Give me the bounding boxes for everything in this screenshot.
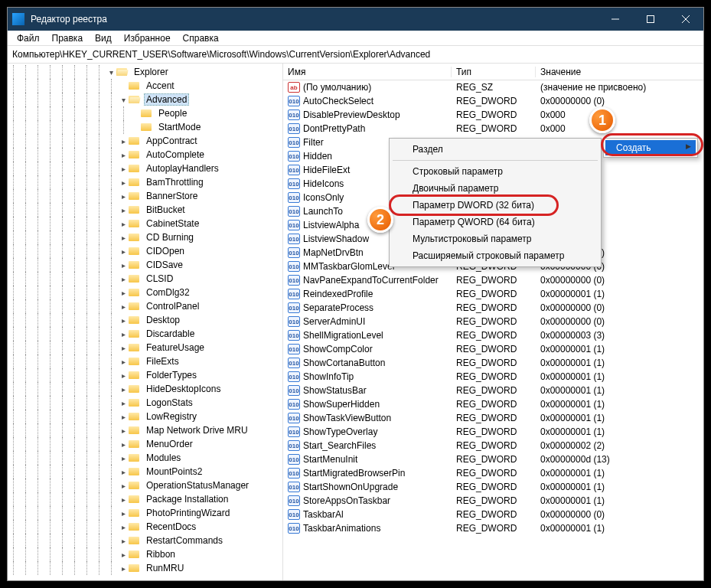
tree-item[interactable]: ▸PhotoPrintingWizard: [8, 506, 282, 520]
menu-help[interactable]: Справка: [177, 31, 225, 45]
chevron-down-icon[interactable]: ▸: [118, 330, 129, 338]
chevron-down-icon[interactable]: ▸: [118, 399, 129, 407]
chevron-down-icon[interactable]: ▸: [118, 550, 129, 559]
chevron-down-icon[interactable]: ▾: [106, 68, 116, 77]
tree-item[interactable]: ▸RecentDocs: [8, 520, 282, 534]
tree-item[interactable]: ▸Package Installation: [8, 492, 282, 506]
tree-item[interactable]: ▸RestartCommands: [8, 534, 282, 547]
list-row[interactable]: 010StoreAppsOnTaskbarREG_DWORD0x00000001…: [283, 494, 703, 508]
ctx-item-section[interactable]: Раздел: [391, 141, 599, 158]
tree-item[interactable]: ▸BitBucket: [8, 203, 282, 217]
chevron-down-icon[interactable]: ▸: [118, 178, 129, 187]
tree-item[interactable]: ▸Ribbon: [8, 547, 282, 561]
tree-item[interactable]: ▸CabinetState: [8, 217, 282, 230]
list-row[interactable]: 010DontPrettyPathREG_DWORD0x000: [283, 122, 703, 136]
list-row[interactable]: 010ReindexedProfileREG_DWORD0x00000001 (…: [283, 287, 703, 301]
tree-item[interactable]: ▸CIDOpen: [8, 244, 282, 258]
list-row[interactable]: 010DisablePreviewDesktopREG_DWORD0x000: [283, 108, 703, 122]
tree-item[interactable]: ▸RunMRU: [8, 561, 282, 575]
chevron-down-icon[interactable]: ▸: [118, 523, 129, 531]
tree-item[interactable]: ▸CD Burning: [8, 230, 282, 244]
tree-item[interactable]: ▸CLSID: [8, 272, 282, 286]
tree-item[interactable]: ▾Explorer: [8, 65, 282, 79]
list-row[interactable]: 010AutoCheckSelectREG_DWORD0x00000000 (0…: [283, 94, 703, 108]
minimize-button[interactable]: [598, 8, 633, 31]
tree-item[interactable]: ▸AutoComplete: [8, 148, 282, 162]
list-row[interactable]: ab(По умолчанию)REG_SZ(значение не присв…: [283, 80, 703, 94]
menu-favorites[interactable]: Избранное: [118, 31, 177, 45]
tree-item[interactable]: ▸BamThrottling: [8, 175, 282, 189]
tree-item[interactable]: ▸Modules: [8, 451, 282, 465]
list-row[interactable]: 010ShowCortanaButtonREG_DWORD0x00000001 …: [283, 356, 703, 370]
ctx-item-qword[interactable]: Параметр QWORD (64 бита): [391, 214, 599, 230]
list-row[interactable]: 010ShowCompColorREG_DWORD0x00000001 (1): [283, 342, 703, 356]
tree-item[interactable]: ▸Discardable: [8, 327, 282, 341]
tree-item[interactable]: ▸ControlPanel: [8, 299, 282, 313]
tree-item[interactable]: ▸BannerStore: [8, 189, 282, 203]
tree-item[interactable]: StartMode: [8, 120, 282, 134]
tree-item[interactable]: ▸FileExts: [8, 354, 282, 368]
list-row[interactable]: 010StartMenuInitREG_DWORD0x0000000d (13): [283, 452, 703, 466]
tree-item[interactable]: ▸Map Network Drive MRU: [8, 423, 282, 437]
ctx-item-string[interactable]: Строковый параметр: [391, 163, 599, 180]
chevron-down-icon[interactable]: ▸: [118, 165, 129, 173]
chevron-down-icon[interactable]: ▸: [118, 509, 129, 518]
tree-item[interactable]: ▸LogonStats: [8, 396, 282, 410]
menu-file[interactable]: Файл: [11, 31, 46, 45]
list-row[interactable]: 010ShowTaskViewButtonREG_DWORD0x00000001…: [283, 411, 703, 425]
list-row[interactable]: 010ServerAdminUIREG_DWORD0x00000000 (0): [283, 315, 703, 328]
address-bar[interactable]: Компьютер\HKEY_CURRENT_USER\Software\Mic…: [8, 46, 703, 64]
list-row[interactable]: 010TaskbarAnimationsREG_DWORD0x00000001 …: [283, 521, 703, 535]
header-value[interactable]: Значение: [536, 67, 703, 77]
chevron-down-icon[interactable]: ▸: [118, 275, 129, 283]
chevron-down-icon[interactable]: ▸: [118, 426, 129, 435]
ctx-item-dword[interactable]: Параметр DWORD (32 бита): [391, 197, 599, 214]
tree-item[interactable]: ▸MenuOrder: [8, 437, 282, 451]
chevron-down-icon[interactable]: ▸: [118, 247, 129, 256]
ctx-item-binary[interactable]: Двоичный параметр: [391, 180, 599, 197]
chevron-down-icon[interactable]: ▸: [118, 151, 129, 159]
tree-item[interactable]: ▸ComDlg32: [8, 286, 282, 299]
tree-item[interactable]: ▾Advanced: [8, 93, 282, 106]
chevron-down-icon[interactable]: ▸: [118, 495, 129, 504]
list-row[interactable]: 010StartMigratedBrowserPinREG_DWORD0x000…: [283, 466, 703, 480]
tree-item[interactable]: ▸AppContract: [8, 134, 282, 148]
chevron-down-icon[interactable]: ▸: [118, 564, 129, 573]
tree-pane[interactable]: ▾ExplorerAccent▾AdvancedPeopleStartMode▸…: [8, 64, 283, 580]
chevron-down-icon[interactable]: ▸: [118, 302, 129, 311]
chevron-down-icon[interactable]: ▸: [118, 358, 129, 366]
ctx-item-multistring[interactable]: Мультистроковый параметр: [391, 230, 599, 247]
chevron-down-icon[interactable]: ▸: [118, 261, 129, 270]
chevron-down-icon[interactable]: ▸: [118, 192, 129, 201]
chevron-down-icon[interactable]: ▸: [118, 385, 129, 394]
menu-edit[interactable]: Правка: [46, 31, 90, 45]
tree-item[interactable]: ▸HideDesktopIcons: [8, 382, 282, 396]
chevron-down-icon[interactable]: ▸: [118, 316, 129, 325]
chevron-down-icon[interactable]: ▸: [118, 413, 129, 421]
tree-item[interactable]: ▸CIDSave: [8, 258, 282, 272]
chevron-down-icon[interactable]: ▸: [118, 454, 129, 462]
tree-item[interactable]: ▸AutoplayHandlers: [8, 162, 282, 175]
chevron-down-icon[interactable]: ▾: [118, 96, 129, 104]
chevron-down-icon[interactable]: ▸: [118, 440, 129, 449]
chevron-down-icon[interactable]: ▸: [118, 468, 129, 476]
list-row[interactable]: 010SeparateProcessREG_DWORD0x00000000 (0…: [283, 301, 703, 315]
list-row[interactable]: 010ShowSuperHiddenREG_DWORD0x00000001 (1…: [283, 397, 703, 411]
tree-item[interactable]: Accent: [8, 79, 282, 93]
list-row[interactable]: 010ShowStatusBarREG_DWORD0x00000001 (1): [283, 384, 703, 397]
list-row[interactable]: 010ShowTypeOverlayREG_DWORD0x00000001 (1…: [283, 425, 703, 439]
tree-item[interactable]: ▸FeatureUsage: [8, 341, 282, 354]
list-row[interactable]: 010TaskbarAlREG_DWORD0x00000000 (0): [283, 508, 703, 521]
chevron-down-icon[interactable]: ▸: [118, 234, 129, 242]
tree-item[interactable]: ▸LowRegistry: [8, 410, 282, 423]
chevron-down-icon[interactable]: ▸: [118, 206, 129, 214]
list-row[interactable]: 010ShellMigrationLevelREG_DWORD0x0000000…: [283, 328, 703, 342]
tree-item[interactable]: ▸OperationStatusManager: [8, 479, 282, 492]
close-button[interactable]: [668, 8, 703, 31]
list-row[interactable]: 010ShowInfoTipREG_DWORD0x00000001 (1): [283, 370, 703, 384]
header-type[interactable]: Тип: [452, 67, 536, 77]
chevron-down-icon[interactable]: ▸: [118, 220, 129, 228]
list-row[interactable]: 010StartShownOnUpgradeREG_DWORD0x0000000…: [283, 480, 703, 494]
menu-view[interactable]: Вид: [89, 31, 118, 45]
tree-item[interactable]: ▸FolderTypes: [8, 368, 282, 382]
